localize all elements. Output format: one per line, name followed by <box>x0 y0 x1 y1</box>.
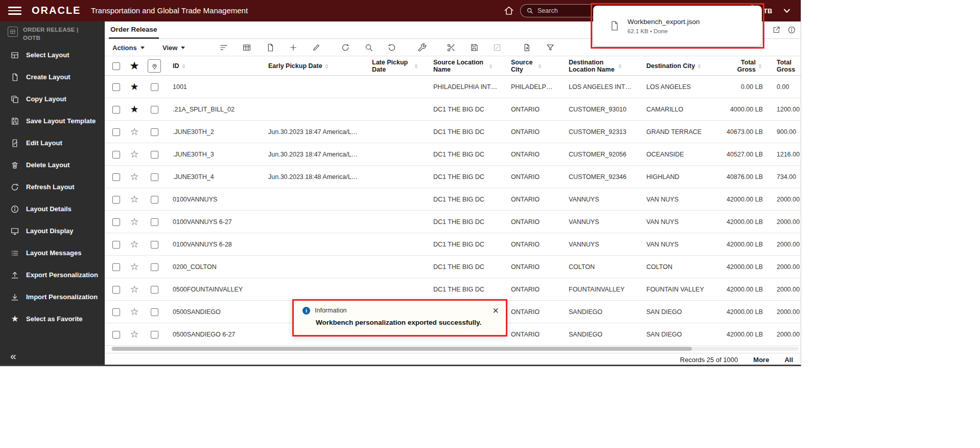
row-pin-checkbox[interactable] <box>151 331 158 339</box>
sort-rows-button[interactable] <box>218 42 229 53</box>
sidebar-item-delete-layout[interactable]: Delete Layout <box>0 154 105 176</box>
save-button[interactable] <box>469 42 480 53</box>
cell-id[interactable]: .JUNE30TH_3 <box>173 143 266 166</box>
cell-id[interactable]: .21A_SPLIT_BILL_02 <box>173 98 266 121</box>
actions-dropdown[interactable]: Actions <box>112 39 145 56</box>
sort-icon[interactable] <box>800 62 801 70</box>
row-pin-checkbox[interactable] <box>151 173 158 181</box>
view-dropdown[interactable]: View <box>162 39 185 56</box>
home-icon[interactable] <box>503 5 515 16</box>
table-row[interactable]: ☆ 0100VANNUYS 6-28 DC1 THE BIG DC ONTARI… <box>105 233 801 256</box>
sidebar-item-layout-messages[interactable]: Layout Messages <box>0 242 105 264</box>
column-header-id[interactable]: ID <box>173 56 266 76</box>
horizontal-scrollbar[interactable] <box>111 347 799 351</box>
cut-button[interactable] <box>446 42 457 53</box>
row-checkbox[interactable] <box>112 218 120 226</box>
sidebar-item-select-layout[interactable]: Select Layout <box>0 44 105 66</box>
row-checkbox[interactable] <box>112 151 120 159</box>
table-row[interactable]: ★ 1001 PHILADELPHIA INT… PHILADELP… LOS … <box>105 76 801 98</box>
tab-order-release[interactable]: Order Release <box>109 21 159 39</box>
row-checkbox[interactable] <box>112 106 120 114</box>
reload-button[interactable] <box>386 42 398 53</box>
row-pin-checkbox[interactable] <box>151 151 158 159</box>
row-favorite-star[interactable]: ☆ <box>126 301 143 323</box>
table-row[interactable]: ★ .21A_SPLIT_BILL_02 DC1 THE BIG DC ONTA… <box>105 98 801 121</box>
row-checkbox[interactable] <box>112 83 120 91</box>
row-pin-checkbox[interactable] <box>151 241 158 249</box>
all-link[interactable]: All <box>784 356 793 364</box>
column-header-destination-location-name[interactable]: Destination Location Name <box>569 56 644 76</box>
sidebar-item-copy-layout[interactable]: Copy Layout <box>0 88 105 110</box>
cell-id[interactable]: 0500FOUNTAINVALLEY <box>173 278 266 301</box>
sidebar-collapse-button[interactable]: « <box>10 350 16 361</box>
row-favorite-star[interactable]: ☆ <box>126 323 143 346</box>
row-favorite-star[interactable]: ☆ <box>126 256 143 278</box>
sort-icon[interactable] <box>617 62 623 70</box>
hamburger-menu-icon[interactable] <box>8 5 21 17</box>
row-favorite-star[interactable]: ☆ <box>126 188 143 211</box>
add-button[interactable] <box>288 42 299 53</box>
edit-button[interactable] <box>311 42 322 53</box>
table-row[interactable]: ☆ .JUNE30TH_2 Jun.30.2023 18:47 America/… <box>105 121 801 143</box>
cell-id[interactable]: 0500SANDIEGO <box>173 301 266 323</box>
open-in-new-window-icon[interactable] <box>772 26 781 34</box>
row-checkbox[interactable] <box>112 173 120 181</box>
cell-id[interactable]: 0200_COLTON <box>173 256 266 278</box>
column-header-destination-city[interactable]: Destination City <box>646 56 707 76</box>
row-checkbox[interactable] <box>112 196 120 204</box>
row-pin-checkbox[interactable] <box>151 218 158 226</box>
row-pin-checkbox[interactable] <box>151 196 158 204</box>
sidebar-item-import-personalization[interactable]: Import Personalization <box>0 286 105 308</box>
row-favorite-star[interactable]: ★ <box>126 98 143 121</box>
sort-icon[interactable] <box>488 62 494 70</box>
row-favorite-star[interactable]: ☆ <box>126 166 143 188</box>
row-checkbox[interactable] <box>112 263 120 271</box>
export-document-button[interactable] <box>521 42 532 53</box>
table-row[interactable]: ☆ .JUNE30TH_4 Jun.30.2023 18:48 America/… <box>105 166 801 188</box>
sidebar-item-layout-details[interactable]: Layout Details <box>0 198 105 220</box>
filter-button[interactable] <box>545 42 556 53</box>
table-columns-button[interactable] <box>241 42 252 53</box>
cell-id[interactable]: .JUNE30TH_4 <box>173 166 266 188</box>
row-favorite-star[interactable]: ☆ <box>126 233 143 256</box>
column-header-total-gross-2[interactable]: Total Gross <box>777 56 801 76</box>
select-all-checkbox[interactable] <box>112 62 120 70</box>
search-button[interactable] <box>363 42 375 53</box>
cell-id[interactable]: 1001 <box>173 76 266 98</box>
favorite-column-header[interactable]: ★ <box>126 56 143 76</box>
column-header-early-pickup-date[interactable]: Early Pickup Date <box>268 56 370 76</box>
row-checkbox[interactable] <box>112 241 120 249</box>
sidebar-item-refresh-layout[interactable]: Refresh Layout <box>0 176 105 198</box>
user-menu[interactable]: TB <box>763 7 772 15</box>
row-pin-checkbox[interactable] <box>151 83 158 91</box>
row-checkbox[interactable] <box>112 286 120 294</box>
row-checkbox[interactable] <box>112 331 120 339</box>
row-favorite-star[interactable]: ☆ <box>126 121 143 143</box>
pin-column-header[interactable] <box>148 59 161 73</box>
table-row[interactable]: ☆ .JUNE30TH_3 Jun.30.2023 18:47 America/… <box>105 143 801 166</box>
more-link[interactable]: More <box>753 356 769 364</box>
column-header-total-gross[interactable]: Total Gross <box>707 56 763 76</box>
row-pin-checkbox[interactable] <box>151 286 158 294</box>
column-header-source-location-name[interactable]: Source Location Name <box>433 56 509 76</box>
cell-id[interactable]: 0100VANNUYS 6-28 <box>173 233 266 256</box>
row-favorite-star[interactable]: ☆ <box>126 278 143 301</box>
sort-icon[interactable] <box>757 62 763 70</box>
row-favorite-star[interactable]: ☆ <box>126 211 143 233</box>
cell-id[interactable]: .JUNE30TH_2 <box>173 121 266 143</box>
sort-icon[interactable] <box>181 62 186 70</box>
row-favorite-star[interactable]: ☆ <box>126 143 143 166</box>
sidebar-item-export-personalization[interactable]: Export Personalization <box>0 264 105 286</box>
sidebar-item-create-layout[interactable]: Create Layout <box>0 66 105 88</box>
row-checkbox[interactable] <box>112 128 120 136</box>
row-favorite-star[interactable]: ★ <box>126 76 143 98</box>
sort-icon[interactable] <box>324 62 330 70</box>
sort-icon[interactable] <box>537 62 543 70</box>
sidebar-item-edit-layout[interactable]: Edit Layout <box>0 132 105 154</box>
column-header-late-pickup-date[interactable]: Late Pickup Date <box>372 56 431 76</box>
cell-id[interactable]: 0100VANNUYS 6-27 <box>173 211 266 233</box>
tools-button[interactable] <box>416 42 428 53</box>
table-row[interactable]: ☆ 0100VANNUYS 6-27 DC1 THE BIG DC ONTARI… <box>105 211 801 233</box>
row-pin-checkbox[interactable] <box>151 106 158 114</box>
cell-id[interactable]: 0500SANDIEGO 6-27 <box>173 323 266 346</box>
